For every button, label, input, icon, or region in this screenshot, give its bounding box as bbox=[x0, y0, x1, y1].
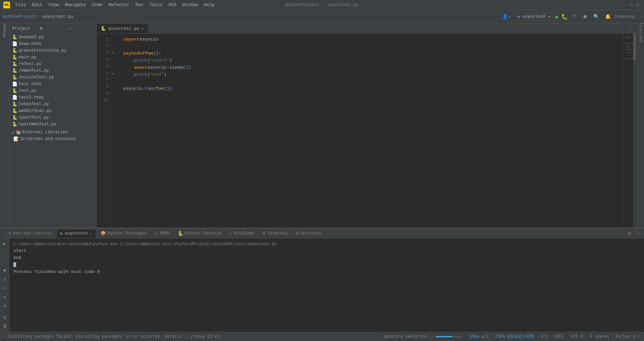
tree-item-tokenTest[interactable]: 🐍 tokenTest.py bbox=[9, 101, 96, 108]
menu-navigate[interactable]: Navigate bbox=[62, 1, 89, 8]
tab-services[interactable]: ⚙ Services bbox=[292, 229, 324, 238]
editor-tab-bar: 🐍 asynctest.py ✕ ⋮ bbox=[97, 23, 637, 33]
terminal-icon: $ bbox=[263, 231, 265, 236]
tree-item-xpathWebTest[interactable]: 🐍 xpathWebTest.py bbox=[9, 121, 96, 128]
console-output[interactable]: C:\Users\Administrator\anaconda3\python.… bbox=[9, 238, 644, 332]
menu-tools[interactable]: Tools bbox=[147, 1, 165, 8]
menu-file[interactable]: File bbox=[13, 1, 29, 8]
search-everywhere-button[interactable]: 🔍 bbox=[591, 13, 601, 20]
status-indent[interactable]: 4 spaces bbox=[588, 334, 610, 340]
tree-item-dvwa[interactable]: 📄 dvwa.html bbox=[9, 41, 96, 47]
tree-item-doubanZ[interactable]: 🐍 doubanZ.py bbox=[9, 34, 96, 41]
code-editor[interactable]: 1 2 3 4 5 6 7 8 9 10 ▾ bbox=[97, 33, 637, 228]
debug-button[interactable]: 🐛 bbox=[561, 13, 568, 20]
menu-help[interactable]: Help bbox=[201, 1, 217, 8]
tree-item-webDirScan[interactable]: 🐍 webDirScan.py bbox=[9, 108, 96, 114]
status-encoding[interactable]: UTF-8 bbox=[570, 334, 584, 340]
user-icon[interactable]: 👤▾ bbox=[500, 13, 513, 20]
rerun-button[interactable]: ↺ bbox=[1, 276, 8, 283]
tab-todo[interactable]: ☑ TODO bbox=[152, 229, 173, 238]
main-wrapper: Project Project ⚙ — 🐍 doubanZ.py 📄 dvwa.… bbox=[0, 23, 644, 341]
run-config-icon: ▶ bbox=[518, 14, 520, 19]
tree-item-test-py[interactable]: 🐍 test.py bbox=[9, 87, 96, 94]
tree-item-scratches[interactable]: 📝 Scratches and Consoles bbox=[9, 136, 96, 142]
tab-run[interactable]: ▶ asynctest ✕ bbox=[57, 229, 96, 238]
notifications-icon[interactable]: Notifications bbox=[638, 25, 644, 31]
tab-pc-label: Python Console bbox=[185, 231, 221, 236]
run-button[interactable]: ▶ bbox=[555, 13, 559, 20]
console-finish-message: Process finished with exit code 0 bbox=[13, 269, 640, 276]
maximize-button[interactable]: ❐ bbox=[628, 2, 634, 8]
show-all-link[interactable]: Show all bbox=[468, 334, 490, 340]
todo-icon: ☑ bbox=[155, 231, 158, 236]
status-error-msg[interactable]: ✕ Installing packages failed: Installing… bbox=[3, 333, 223, 340]
run-config-selector[interactable]: ▶ asynctest ▾ bbox=[515, 13, 553, 20]
print-button[interactable]: 🖨 bbox=[1, 314, 8, 321]
tab-close-button[interactable]: ✕ bbox=[142, 26, 144, 31]
menu-vcs[interactable]: VCS bbox=[166, 1, 179, 8]
scroll-down-button[interactable]: ↓ bbox=[1, 258, 8, 265]
tree-item-main[interactable]: 🐍 main.py bbox=[9, 54, 96, 61]
tree-item-test2[interactable]: 📄 test2.html bbox=[9, 94, 96, 101]
problems-icon: ⚠ bbox=[229, 231, 232, 236]
tree-item-sessionTest[interactable]: 🐍 sessionTest.py bbox=[9, 74, 96, 81]
tree-item-reWedTest[interactable]: 🐍 reWedTest.py bbox=[9, 67, 96, 74]
toolbar: pythonProject › asynctest.py 👤▾ ▶ asynct… bbox=[0, 10, 644, 23]
tab-version-control[interactable]: ⎇ Version Control bbox=[3, 229, 55, 238]
profile-button[interactable]: ⏹ bbox=[581, 13, 589, 20]
notifications-button[interactable]: 🔔 bbox=[603, 13, 613, 20]
html-file-icon: 📄 bbox=[12, 81, 17, 87]
file-label: main.py bbox=[19, 55, 37, 60]
tab-asynctest[interactable]: 🐍 asynctest.py ✕ bbox=[97, 24, 148, 33]
filter-button[interactable]: ⇅ bbox=[1, 293, 8, 301]
settings-run-button[interactable]: ⚙ bbox=[1, 302, 8, 310]
project-collapse-button[interactable]: — bbox=[67, 25, 94, 32]
minimize-button[interactable]: — bbox=[621, 2, 627, 8]
wrap-output-button[interactable]: ≡↵ bbox=[1, 285, 8, 292]
project-panel-header: Project ⚙ — bbox=[9, 23, 96, 34]
status-line-sep[interactable]: CRLF bbox=[553, 334, 566, 340]
clear-output-button[interactable]: 🗑 bbox=[1, 323, 8, 330]
tab-python-packages[interactable]: 📦 Python Packages bbox=[97, 229, 150, 238]
run-again-button[interactable]: ▶ bbox=[1, 240, 8, 248]
menu-edit[interactable]: Edit bbox=[29, 1, 45, 8]
tab-problems[interactable]: ⚠ Problems bbox=[226, 229, 258, 238]
fold-marker-3[interactable]: ▾ bbox=[112, 50, 118, 57]
tab-todo-label: TODO bbox=[159, 231, 170, 236]
status-position[interactable]: 4:1 bbox=[539, 334, 549, 340]
status-csdn-link[interactable]: CSDN @永远是少年啊 bbox=[494, 333, 535, 340]
file-label: test.html bbox=[19, 82, 42, 86]
close-button[interactable]: ✕ bbox=[635, 2, 641, 8]
menu-window[interactable]: Window bbox=[180, 1, 201, 8]
html-file-icon: 📄 bbox=[12, 95, 17, 100]
tree-item-test-html[interactable]: 📄 test.html bbox=[9, 81, 96, 87]
fold-marker-6[interactable]: ▾ bbox=[112, 71, 118, 78]
bottom-settings-button[interactable]: ⚙ bbox=[626, 229, 633, 237]
status-python-version[interactable]: Python 3.7 bbox=[614, 334, 641, 340]
scroll-up-button[interactable]: ↑ bbox=[1, 249, 8, 257]
menu-run[interactable]: Run bbox=[133, 1, 146, 8]
project-tool-button[interactable]: Project bbox=[1, 25, 9, 33]
stop-button[interactable]: ■ bbox=[1, 267, 8, 274]
tree-item-reTest[interactable]: 🐍 reTest.py bbox=[9, 61, 96, 67]
project-settings-button[interactable]: ⚙ bbox=[39, 25, 65, 32]
bottom-minimize-button[interactable]: — bbox=[635, 229, 641, 237]
menu-refactor[interactable]: Refactor bbox=[106, 1, 132, 8]
breadcrumb-project[interactable]: pythonProject bbox=[3, 14, 37, 19]
file-label: tokenTest.py bbox=[19, 102, 49, 107]
tree-item-greenlet[interactable]: 🐍 greenletCorotine.py bbox=[9, 47, 96, 54]
menu-view[interactable]: View bbox=[46, 1, 61, 8]
tab-terminal[interactable]: $ Terminal bbox=[259, 229, 291, 238]
console-output-end: end bbox=[13, 255, 640, 262]
breadcrumb-file[interactable]: asynctest.py bbox=[42, 14, 73, 19]
tab-run-close-button[interactable]: ✕ bbox=[90, 231, 92, 235]
tab-python-console[interactable]: 🐍 Python Console bbox=[174, 229, 225, 238]
tree-item-external-libs[interactable]: ▶ 📚 External Libraries bbox=[9, 129, 96, 136]
code-content[interactable]: import asyncio async def fun(): print("s… bbox=[118, 33, 623, 228]
tab-menu-button[interactable]: ⋮ bbox=[626, 25, 635, 33]
bottom-tab-bar: ⎇ Version Control ▶ asynctest ✕ 📦 Python… bbox=[0, 228, 644, 238]
menu-code[interactable]: Code bbox=[89, 1, 105, 8]
coverage-button[interactable]: ⏱ bbox=[570, 13, 579, 20]
tree-item-xpathTest[interactable]: 🐍 xpathTest.py bbox=[9, 114, 96, 121]
updating-text: Updating skeletons... bbox=[384, 334, 434, 339]
